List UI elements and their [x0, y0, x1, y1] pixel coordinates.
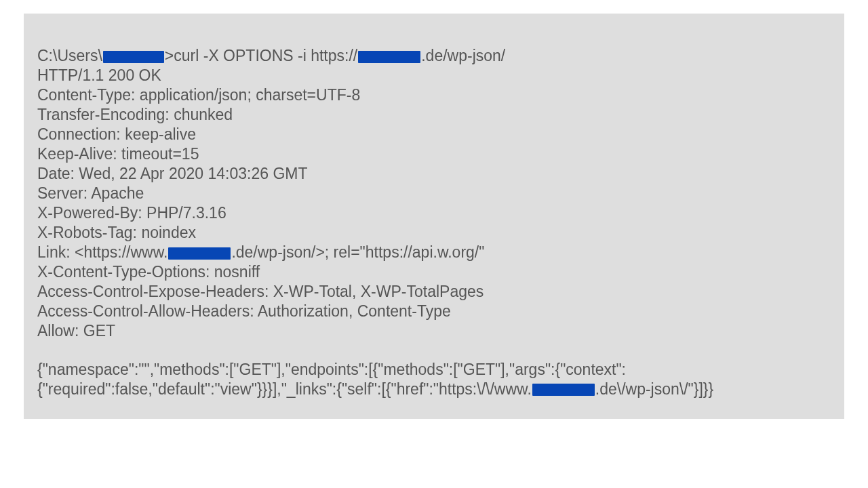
header-allow: Allow: GET	[37, 321, 831, 341]
header-access-control-allow-headers: Access-Control-Allow-Headers: Authorizat…	[37, 302, 831, 321]
cmd-middle: >curl -X OPTIONS -i https://	[165, 47, 357, 64]
header-server: Server: Apache	[37, 184, 831, 203]
header-content-type: Content-Type: application/json; charset=…	[37, 85, 831, 105]
redaction-domain-2	[168, 247, 231, 260]
redaction-domain-1	[358, 51, 420, 63]
link-post: .de/wp-json/>; rel="https://api.w.org/"	[231, 243, 484, 261]
header-link: Link: <https://www..de/wp-json/>; rel="h…	[37, 243, 831, 262]
header-connection: Connection: keep-alive	[37, 125, 831, 144]
path-prefix: C:\Users\	[37, 47, 102, 64]
response-body: {"namespace":"","methods":["GET"],"endpo…	[37, 360, 831, 399]
header-date: Date: Wed, 22 Apr 2020 14:03:26 GMT	[37, 164, 831, 184]
header-powered-by: X-Powered-By: PHP/7.3.16	[37, 203, 831, 223]
header-access-control-expose-headers: Access-Control-Expose-Headers: X-WP-Tota…	[37, 282, 831, 302]
blank-line	[37, 341, 831, 360]
terminal-output-block: C:\Users\>curl -X OPTIONS -i https://.de…	[24, 14, 844, 419]
redaction-domain-3	[532, 384, 595, 396]
body-part2: .de\/wp-json\/"}]}}	[595, 380, 713, 398]
header-robots: X-Robots-Tag: noindex	[37, 223, 831, 243]
redaction-username	[103, 51, 164, 63]
http-status: HTTP/1.1 200 OK	[37, 66, 831, 85]
url-suffix: .de/wp-json/	[421, 47, 505, 64]
header-x-content-type-options: X-Content-Type-Options: nosniff	[37, 262, 831, 282]
header-transfer-encoding: Transfer-Encoding: chunked	[37, 105, 831, 125]
header-keep-alive: Keep-Alive: timeout=15	[37, 144, 831, 164]
command-line: C:\Users\>curl -X OPTIONS -i https://.de…	[37, 46, 831, 66]
link-pre: Link: <https://www.	[37, 243, 167, 261]
